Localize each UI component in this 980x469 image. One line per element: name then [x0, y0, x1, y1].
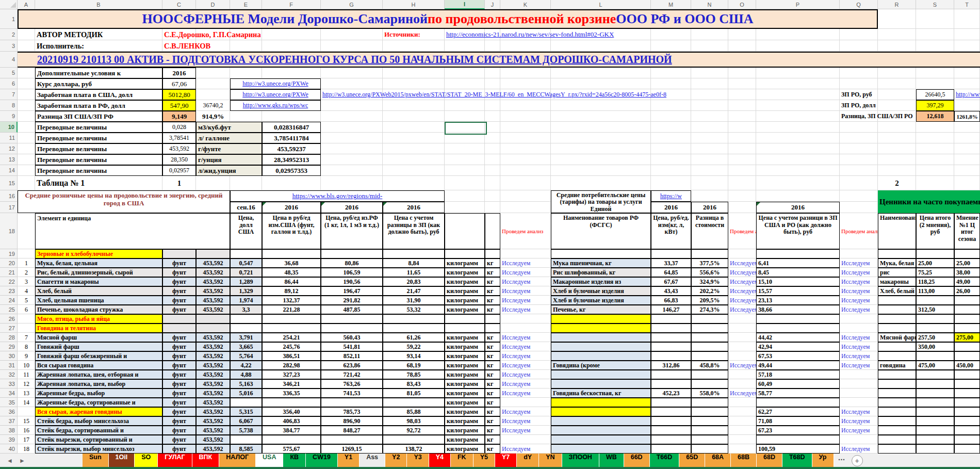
cell-T33[interactable] [954, 379, 980, 389]
cell-A40[interactable]: 18 [18, 444, 35, 454]
cell-Q28[interactable]: Исследуем [840, 333, 878, 342]
cell-E38[interactable]: 5,738 [230, 426, 262, 435]
cell-P18[interactable]: Цена с учетом разници в ЗП США и РО (как… [756, 213, 840, 249]
cell-B19[interactable]: Зерновые и хлебобулочные [35, 249, 162, 258]
cell-N27[interactable] [691, 324, 728, 333]
cell-T39[interactable] [954, 435, 980, 444]
cell-B2[interactable]: АВТОР МЕТОДИК [35, 29, 162, 40]
cell-S18[interactable]: Цена итого (2 мнения), руб [916, 213, 954, 249]
cell-L29[interactable] [551, 342, 651, 351]
cell-T31[interactable]: 450,00 [954, 361, 980, 370]
sheet-tab-T66D[interactable]: T66D [650, 454, 680, 467]
cell-P19[interactable] [756, 249, 840, 258]
cell-M36[interactable] [651, 407, 691, 416]
row-header-14[interactable]: 14 [0, 165, 18, 176]
cell-E31[interactable]: 4,22 [230, 361, 262, 370]
cell-P28[interactable]: 44,42 [756, 333, 840, 342]
cell-J18[interactable] [485, 213, 500, 249]
cell-J30[interactable]: кг [485, 351, 500, 361]
cell-N19[interactable] [691, 249, 728, 258]
cell-E6[interactable]: http://w3.unece.org/PXWe [230, 78, 321, 89]
cell-T34[interactable] [954, 389, 980, 398]
cell-B40[interactable]: Стейк вырезки, выбор минсельхоз [35, 444, 162, 454]
col-header-R[interactable]: R [878, 0, 916, 9]
cell-F12[interactable]: 453,59237 [262, 143, 321, 154]
cell-F14[interactable]: 0,02957353 [262, 165, 321, 176]
cell-I35[interactable]: килограмм [445, 398, 485, 407]
sheet-tab-SO[interactable]: SO [135, 454, 158, 467]
cell-E7[interactable]: http://w3.unece.org/PXWe [230, 89, 321, 100]
row-header-22[interactable]: 22 [0, 277, 18, 286]
sheet-tab-WB[interactable]: WB [599, 454, 624, 467]
cell-B28[interactable]: Мясной фарш [35, 333, 162, 342]
cell-I29[interactable]: килограмм [445, 342, 485, 351]
cell-O23[interactable]: Исследуем [728, 286, 756, 296]
cell-O31[interactable]: Исследуем [728, 361, 756, 370]
row-header-1[interactable]: 1 [0, 9, 18, 29]
cell-C33[interactable]: фунт [162, 379, 196, 389]
cell-P22[interactable]: 15,10 [756, 277, 840, 286]
cell-H36[interactable]: 85,88 [383, 407, 445, 416]
cell-S27[interactable] [916, 324, 954, 333]
cell-R20[interactable]: Мука, белая [878, 258, 916, 268]
cell-A4[interactable]: 20210919 210113 00 АКТИВ - ПОДГОТОВКА УС… [18, 52, 980, 68]
row-header-17[interactable]: 17 [0, 202, 18, 213]
cell-T21[interactable]: 38,00 [954, 268, 980, 277]
cell-J31[interactable]: кг [485, 361, 500, 370]
cell-B30[interactable]: Говяжий фарш обезжиренный и [35, 351, 162, 361]
cell-Q38[interactable]: Исследуем [840, 426, 878, 435]
cell-L33[interactable] [551, 379, 651, 389]
cell-M20[interactable]: 33,37 [651, 258, 691, 268]
cell-D11[interactable]: л/ галлоне [196, 133, 262, 143]
cell-N23[interactable]: 202,2% [691, 286, 728, 296]
cell-J38[interactable]: кг [485, 426, 500, 435]
cell-J21[interactable]: кг [485, 268, 500, 277]
cell-A39[interactable]: 17 [18, 435, 35, 444]
cell-K18[interactable]: Проведем анализ [500, 213, 551, 249]
cell-G18[interactable]: Цена, руб/ед из.РФ (1 кг, 1л, 1 м3 и т.д… [321, 213, 383, 249]
cell-S23[interactable]: 113,00 [916, 286, 954, 296]
cell-R36[interactable] [878, 407, 916, 416]
cell-I18[interactable] [445, 213, 485, 249]
row-header-9[interactable]: 9 [0, 111, 18, 122]
cell-M28[interactable] [651, 333, 691, 342]
row-header-15[interactable]: 15 [0, 176, 18, 190]
cell-Q30[interactable]: Исследуем [840, 351, 878, 361]
cell-L18[interactable]: Наименование товаров РФ (ФСГС) [551, 213, 651, 249]
cell-S31[interactable]: 475,00 [916, 361, 954, 370]
cell-H39[interactable] [383, 435, 445, 444]
cell-B20[interactable]: Мука, белая, цельная [35, 258, 162, 268]
cell-H17[interactable]: 2016 [383, 202, 445, 213]
cell-S32[interactable] [916, 370, 954, 379]
row-header-4[interactable]: 4 [0, 52, 18, 68]
cell-B12[interactable]: Переводные величины [35, 143, 162, 154]
sheet-tab-Ass[interactable]: Ass [360, 454, 385, 467]
cell-B7[interactable]: Заработная плата в США, долл [35, 89, 162, 100]
cell-G21[interactable]: 106,59 [321, 268, 383, 277]
cell-G32[interactable]: 721,42 [321, 370, 383, 379]
cell-B25[interactable]: Печенье, шоколадная стружка [35, 305, 162, 314]
sheet-tab-68B[interactable]: 68B [731, 454, 757, 467]
cell-H29[interactable]: 59,22 [383, 342, 445, 351]
cell-D10[interactable]: м3/куб.фут [196, 122, 262, 133]
sheet-tab-FK[interactable]: FK [451, 454, 473, 467]
cell-C3[interactable]: С.В.ЛЕНКОВ [162, 40, 262, 52]
cell-I21[interactable]: килограмм [445, 268, 485, 277]
cell-M22[interactable]: 67,67 [651, 277, 691, 286]
cell-H25[interactable]: 53,32 [383, 305, 445, 314]
cell-S20[interactable]: 25,00 [916, 258, 954, 268]
cell-B14[interactable]: Переводные величины [35, 165, 162, 176]
cell-Q18[interactable]: Проведем анализ [840, 213, 878, 249]
cell-L19[interactable] [551, 249, 651, 258]
cell-P36[interactable]: 62,27 [756, 407, 840, 416]
cell-R16[interactable]: Ценники на часто покупаемые [878, 190, 980, 213]
add-sheet-button[interactable]: + [852, 455, 863, 466]
cell-B21[interactable]: Рис, белый, длиннозерный, сырой [35, 268, 162, 277]
cell-H34[interactable]: 81,05 [383, 389, 445, 398]
cell-P39[interactable] [756, 435, 840, 444]
row-header-21[interactable]: 21 [0, 268, 18, 277]
cell-A28[interactable]: 7 [18, 333, 35, 342]
cell-J29[interactable]: кг [485, 342, 500, 351]
cell-E36[interactable]: 5,315 [230, 407, 262, 416]
cell-E24[interactable]: 1,974 [230, 296, 262, 305]
